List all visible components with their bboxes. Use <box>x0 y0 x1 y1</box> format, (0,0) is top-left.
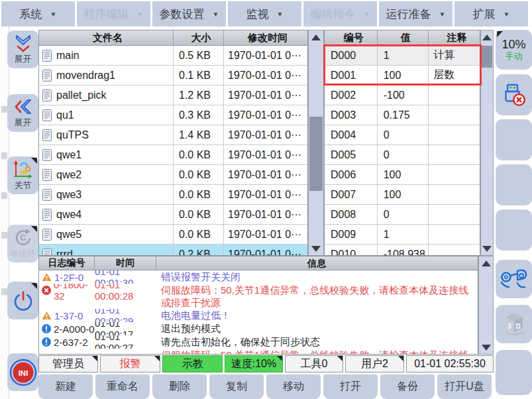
file-row[interactable]: quTPS1.4 KB1970-01-01 0··· <box>39 125 307 145</box>
register-table-scrollbar[interactable] <box>480 30 494 256</box>
log-message-cell: 退出预约模式 <box>156 322 477 335</box>
file-row[interactable]: qwe30.0 KB1970-01-01 0··· <box>39 185 307 205</box>
log-message-cell: 电池电量过低！ <box>156 309 477 321</box>
file-row[interactable]: qwe40.0 KB1970-01-01 0··· <box>39 205 307 225</box>
alarm-badge[interactable]: 报警 <box>100 355 160 372</box>
power-button[interactable] <box>7 282 38 319</box>
backup-button[interactable]: 备份 <box>380 374 435 399</box>
file-row[interactable]: qwe50.0 KB1970-01-01 0··· <box>39 225 307 245</box>
clock[interactable]: 01-01 02:55:30 <box>406 355 494 372</box>
scroll-up-icon[interactable] <box>309 30 323 44</box>
register-row[interactable]: D0030.175 <box>325 105 480 125</box>
file-size-cell: 0.1 KB <box>174 66 224 85</box>
new-button[interactable]: 新建 <box>38 374 93 399</box>
scroll-down-icon[interactable] <box>481 242 493 255</box>
open-button[interactable]: 打开 <box>323 374 378 399</box>
scroll-down-icon[interactable] <box>479 341 493 354</box>
user-frame-badge[interactable]: 用户2 <box>345 355 404 372</box>
open-usb-button[interactable]: 打开U盘 <box>437 374 492 399</box>
rename-button[interactable]: 重命名 <box>95 374 150 399</box>
log-table-scrollbar[interactable] <box>478 256 494 355</box>
single-cycle-button[interactable]: C单循环 <box>7 225 38 262</box>
move-button[interactable]: 移动 <box>266 374 321 399</box>
log-row[interactable]: 2-637-201-01 00:00:27请先点击初始化，确保处于同步状态 <box>39 335 478 349</box>
svg-text:D: D <box>515 323 520 330</box>
blank-button-4[interactable] <box>496 350 532 395</box>
register-value-cell: 0 <box>378 205 429 224</box>
file-row[interactable]: rrrd0.2 KB1970-01-01 0··· <box>39 245 307 256</box>
register-row[interactable]: D0001计算 <box>325 46 480 66</box>
file-row[interactable]: pallet_pick1.2 KB1970-01-01 0··· <box>39 86 307 105</box>
scroll-down-icon[interactable] <box>309 242 323 255</box>
copy-button[interactable]: 复制 <box>209 374 264 399</box>
register-row[interactable]: D0050 <box>325 145 480 165</box>
register-row[interactable]: D002-100 <box>325 86 480 105</box>
menu-item-program-edit[interactable]: 程序编辑▼ <box>77 1 150 27</box>
view-3d-button[interactable]: 3D <box>496 305 532 343</box>
menu-item-edit-command[interactable]: 编辑指令▼ <box>303 1 377 27</box>
register-comment-cell <box>429 145 480 164</box>
user-role-badge[interactable]: 管理员 <box>38 355 98 372</box>
register-row[interactable]: D0040 <box>325 125 480 145</box>
register-value-cell: 100 <box>378 66 429 85</box>
warning-icon <box>42 311 52 320</box>
file-icon <box>42 129 52 141</box>
log-row[interactable]: 1-37-001-01 00:00:29电池电量过低！ <box>39 309 478 322</box>
scroll-up-icon[interactable] <box>481 30 493 44</box>
column-header: 值 <box>378 30 429 45</box>
register-row[interactable]: D007100 <box>325 185 480 205</box>
register-row[interactable]: D010-108.938 <box>325 245 480 256</box>
ini-button[interactable]: INI <box>7 353 38 391</box>
log-table-header: 日志编号时间信息 <box>39 256 478 270</box>
register-row[interactable]: D001100层数 <box>325 66 480 86</box>
tool-badge[interactable]: 工具0 <box>285 355 343 372</box>
speed-badge[interactable]: 速度:10% <box>225 355 283 372</box>
blank-button-2[interactable] <box>496 164 532 205</box>
register-row[interactable]: D0080 <box>325 205 480 225</box>
expand-left-button[interactable]: 展开 <box>7 94 38 132</box>
menu-item-extension[interactable]: 扩展▼ <box>454 1 528 27</box>
menu-item-param-settings[interactable]: 参数设置▼ <box>152 1 226 27</box>
menu-item-label: 运行准备 <box>386 7 431 22</box>
file-row[interactable]: qu10.3 KB1970-01-01 0··· <box>39 105 307 125</box>
chevrons-down-icon <box>13 34 33 52</box>
menu-item-system[interactable]: 系统▼ <box>1 1 75 27</box>
joint-coord-button[interactable]: 关节 <box>7 156 38 194</box>
drag-teach-button[interactable] <box>496 260 532 298</box>
usb-status-button[interactable] <box>496 74 532 115</box>
blank-button-3[interactable] <box>496 209 532 251</box>
log-row[interactable]: 伺服故障码：50,关节1通信异常，总线校验失败，请检查本体及连接线或排查干扰源 <box>39 349 478 355</box>
blank-button-1[interactable] <box>496 119 532 160</box>
log-row[interactable]: 2-A000-001-01 00:00:17退出预约模式 <box>39 322 478 335</box>
log-row[interactable]: 1-2F-001-01 00:01:30错误报警开关关闭 <box>39 270 478 284</box>
drag-teach-icon <box>500 267 529 291</box>
column-header: 日志编号 <box>39 256 95 270</box>
scroll-up-icon[interactable] <box>479 256 493 270</box>
log-time-cell: 01-01 00:01:30 <box>95 270 156 284</box>
menu-item-run-prepare[interactable]: 运行准备▼ <box>379 1 452 27</box>
warning-icon <box>42 272 52 282</box>
file-row[interactable]: movendrag10.1 KB1970-01-01 0··· <box>39 66 307 86</box>
delete-button[interactable]: 删除 <box>152 374 207 399</box>
status-label: 用户2 <box>361 357 388 371</box>
register-row[interactable]: D006100 <box>325 165 480 185</box>
file-table-scrollbar[interactable] <box>308 30 324 256</box>
log-row[interactable]: 0-1800-3201-01 00:00:28伺服故障码：50,关节1通信异常，… <box>39 284 478 309</box>
teach-mode-badge[interactable]: 示教 <box>162 355 223 372</box>
file-name-cell: qu1 <box>39 105 174 125</box>
file-size-cell: 0.0 KB <box>174 145 224 164</box>
file-icon <box>42 169 52 181</box>
file-row[interactable]: qwe10.0 KB1970-01-01 0··· <box>39 145 307 165</box>
register-row[interactable]: D0091 <box>325 225 480 245</box>
speed-mode-button[interactable]: 10%手动 <box>496 30 532 70</box>
menu-item-monitor[interactable]: 监视▼ <box>228 1 301 27</box>
column-header: 修改时间 <box>224 30 307 45</box>
expand-down-button[interactable]: 展开 <box>7 30 38 68</box>
scrollbar-thumb[interactable] <box>309 117 323 191</box>
file-name-cell: main <box>39 46 174 65</box>
file-row[interactable]: qwe20.0 KB1970-01-01 0··· <box>39 165 307 185</box>
file-icon <box>42 70 52 82</box>
scrollbar-thumb[interactable] <box>482 46 492 68</box>
column-header: 编号 <box>325 30 378 45</box>
file-row[interactable]: main0.5 KB1970-01-01 0··· <box>39 46 307 66</box>
